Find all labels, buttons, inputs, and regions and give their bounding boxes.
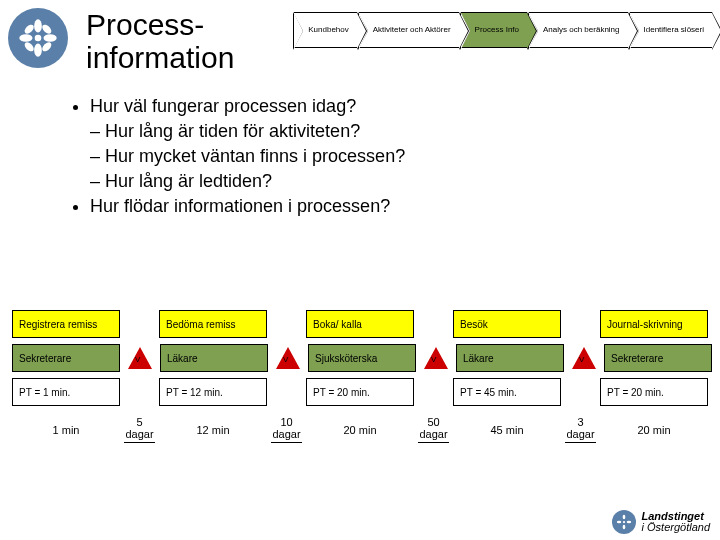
svg-point-2 [34,44,42,57]
flow-pt: PT = 45 min. [453,378,561,406]
wait-icon: V [128,347,152,369]
svg-point-4 [44,34,57,42]
footer-region: i Östergötland [642,522,710,533]
flow-pt: PT = 1 min. [12,378,120,406]
step-analys: Analys och beräkning [529,12,628,48]
bullet-q1b: Hur mycket väntan finns i processen? [90,146,680,167]
wait-label: 10 dagar [271,416,302,443]
flow-actor: Sekreterare [12,344,120,372]
step-process-info: Process Info [461,12,527,48]
bullet-q1c: Hur lång är ledtiden? [90,171,680,192]
svg-point-8 [41,41,53,53]
flow-header: Bedöma remiss [159,310,267,338]
pt-short: 20 min [600,424,708,436]
svg-point-1 [34,19,42,32]
svg-point-13 [626,521,631,524]
pt-short: 45 min [453,424,561,436]
page-title: Process-information [86,8,234,74]
flow-actor: Sekreterare [604,344,712,372]
svg-point-3 [19,34,32,42]
svg-point-0 [35,35,42,42]
bullet-q1: Hur väl fungerar processen idag? [90,96,680,117]
step-kundbehov: Kundbehov [294,12,356,48]
flow-actor: Läkare [160,344,268,372]
flow-header: Registrera remiss [12,310,120,338]
svg-point-12 [616,521,621,524]
process-flow: Registrera remiss Bedöma remiss Boka/ ka… [12,310,708,443]
wait-label: 5 dagar [124,416,155,443]
flow-pt: PT = 12 min. [159,378,267,406]
svg-point-9 [622,521,624,523]
step-aktiviteter: Aktiviteter och Aktörer [359,12,459,48]
flow-actor: Läkare [456,344,564,372]
pt-short: 1 min [12,424,120,436]
bullet-q2: Hur flödar informationen i processen? [90,196,680,217]
wait-icon: V [276,347,300,369]
pt-short: 12 min [159,424,267,436]
pt-short: 20 min [306,424,414,436]
wait-icon: V [424,347,448,369]
flow-pt: PT = 20 min. [600,378,708,406]
flower-icon [16,16,60,60]
timeline: 1 min 5 dagar 12 min 10 dagar 20 min 50 … [12,416,708,443]
flow-header: Journal-skrivning [600,310,708,338]
wait-icon: V [572,347,596,369]
region-logo [8,8,68,68]
svg-point-7 [23,41,35,53]
flow-header: Boka/ kalla [306,310,414,338]
wait-label: 3 dagar [565,416,596,443]
footer-brand: Landstinget i Östergötland [612,510,710,534]
step-identifiera: Identifiera slöseri [630,12,712,48]
footer-logo-icon [612,510,636,534]
flow-pt: PT = 20 min. [306,378,414,406]
svg-point-10 [622,515,625,520]
flow-actor: Sjuksköterska [308,344,416,372]
process-steps: Kundbehov Aktiviteter och Aktörer Proces… [294,12,712,48]
svg-point-11 [622,525,625,530]
bullet-content: Hur väl fungerar processen idag? Hur lån… [0,74,720,217]
wait-label: 50 dagar [418,416,449,443]
svg-point-6 [41,23,53,35]
flow-header: Besök [453,310,561,338]
bullet-q1a: Hur lång är tiden för aktiviteten? [90,121,680,142]
svg-point-5 [23,23,35,35]
